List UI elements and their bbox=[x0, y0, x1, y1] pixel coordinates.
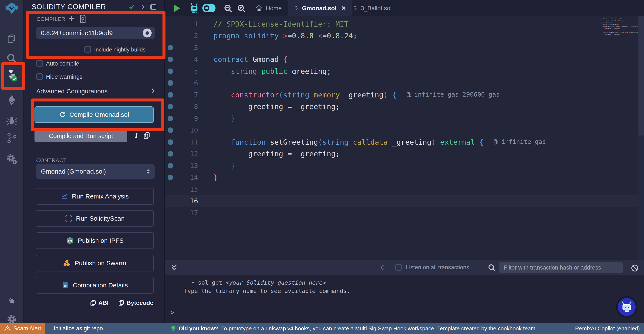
code-line[interactable]: 6 bbox=[165, 77, 644, 89]
terminal-search-icon[interactable] bbox=[488, 264, 496, 272]
code-line[interactable]: 16 bbox=[165, 195, 644, 207]
code-editor[interactable]: 1// SPDX-License-Identifier: MIT2pragma … bbox=[165, 16, 644, 260]
advanced-configurations-toggle[interactable]: Advanced Configurations bbox=[36, 88, 108, 95]
auto-compile-checkbox[interactable] bbox=[36, 60, 43, 67]
code-line[interactable]: 15 bbox=[165, 183, 644, 195]
tab-3-ballot-sol[interactable]: 3_Ballot.sol bbox=[347, 0, 397, 16]
add-compiler-icon[interactable] bbox=[68, 15, 76, 22]
copy-script-icon[interactable] bbox=[143, 132, 150, 139]
scrollbar-slider[interactable] bbox=[638, 16, 644, 135]
code-line[interactable]: 2pragma solidity >=0.8.0 <=0.8.24; bbox=[165, 30, 644, 42]
code-line[interactable]: 5 string public greeting; bbox=[165, 65, 644, 77]
gutter[interactable] bbox=[165, 45, 176, 50]
code-line[interactable]: 12 greeting = _greeting; bbox=[165, 148, 644, 160]
hide-warnings-checkbox[interactable] bbox=[36, 73, 43, 80]
publish-ipfs-button[interactable]: IPFS Publish on IPFS bbox=[36, 232, 154, 249]
code-line[interactable]: 10 bbox=[165, 124, 644, 136]
advanced-config-chevron-icon[interactable] bbox=[150, 88, 156, 94]
gutter[interactable] bbox=[165, 104, 176, 109]
deploy-run-item[interactable] bbox=[4, 93, 20, 107]
listen-all-transactions-checkbox[interactable] bbox=[395, 264, 402, 271]
tab-close-icon[interactable]: ✕ bbox=[340, 5, 346, 12]
gutter-dot-icon[interactable] bbox=[168, 127, 173, 133]
gutter[interactable] bbox=[165, 127, 176, 133]
debugger-item[interactable] bbox=[4, 114, 20, 128]
code-line[interactable]: 9 } bbox=[165, 112, 644, 124]
gutter-dot-icon[interactable] bbox=[168, 92, 173, 98]
copilot-status[interactable]: RemixAI Copilot (enabled) bbox=[575, 325, 644, 332]
git-item[interactable] bbox=[4, 131, 20, 145]
info-icon[interactable]: i bbox=[134, 131, 137, 139]
solidity-compiler-item[interactable] bbox=[4, 68, 20, 82]
zoom-in-icon[interactable] bbox=[237, 4, 246, 13]
minimap[interactable]: // SPDX-License-Identifier: MITpragma so… bbox=[600, 18, 638, 39]
gutter[interactable] bbox=[165, 57, 176, 62]
run-solidityscan-label: Run SolidityScan bbox=[76, 215, 124, 222]
tab-gmonad-sol[interactable]: Gmonad.sol ✕ bbox=[288, 0, 352, 16]
run-script-button[interactable] bbox=[174, 5, 180, 12]
gutter-dot-icon[interactable] bbox=[168, 45, 173, 50]
scam-alert-button[interactable]: Scam Alert bbox=[0, 323, 45, 334]
gutter-dot-icon[interactable] bbox=[168, 104, 173, 109]
editor-scrollbar[interactable] bbox=[638, 16, 644, 260]
search-item[interactable] bbox=[4, 51, 20, 65]
include-nightly-checkbox[interactable] bbox=[84, 46, 91, 52]
gutter-dot-icon[interactable] bbox=[168, 151, 173, 157]
git-init-button[interactable]: Initialize as git repo bbox=[54, 325, 103, 332]
terminal-prompt[interactable]: > bbox=[170, 309, 174, 316]
code-line[interactable]: 3 bbox=[165, 42, 644, 54]
expand-terminal-icon[interactable] bbox=[170, 264, 178, 272]
gutter-dot-icon[interactable] bbox=[168, 163, 173, 168]
gutter-dot-icon[interactable] bbox=[168, 57, 173, 62]
code-line[interactable]: 1// SPDX-License-Identifier: MIT bbox=[165, 18, 644, 30]
gutter-dot-icon[interactable] bbox=[168, 175, 173, 180]
minimap-line: } bbox=[600, 29, 638, 31]
compilation-details-button[interactable]: Compilation Details bbox=[36, 277, 154, 294]
ai-robot-icon[interactable] bbox=[189, 3, 200, 14]
code-line[interactable]: 8 greeting = _greeting; bbox=[165, 101, 644, 113]
code-line[interactable]: 11 function setGreeting(string calldata … bbox=[165, 136, 644, 148]
gutter[interactable] bbox=[165, 92, 176, 98]
gutter-dot-icon[interactable] bbox=[168, 68, 173, 74]
file-explorer-item[interactable] bbox=[4, 31, 20, 45]
code-line[interactable]: 7 constructor(string memory _greeting) {… bbox=[165, 89, 644, 101]
gutter-dot-icon[interactable] bbox=[168, 116, 173, 121]
gutter[interactable] bbox=[165, 68, 176, 74]
plugin-manager-item[interactable] bbox=[4, 152, 20, 166]
gutter[interactable] bbox=[165, 175, 176, 180]
code-line[interactable]: 17 bbox=[165, 207, 644, 219]
run-remix-analysis-button[interactable]: Run Remix Analysis bbox=[36, 188, 154, 205]
gutter[interactable] bbox=[165, 163, 176, 168]
transaction-filter-input[interactable] bbox=[499, 262, 623, 273]
copilot-toggle[interactable] bbox=[202, 4, 216, 12]
tab-home[interactable]: Home bbox=[250, 0, 287, 16]
publish-swarm-button[interactable]: Publish on Swarm bbox=[36, 255, 154, 272]
gutter[interactable] bbox=[165, 139, 176, 145]
gears-icon bbox=[6, 153, 18, 165]
compile-button[interactable]: Compile Gmonad.sol bbox=[34, 106, 154, 123]
gutter-dot-icon[interactable] bbox=[168, 139, 173, 145]
code-line[interactable]: 13 } bbox=[165, 160, 644, 172]
toggle-knob bbox=[204, 5, 209, 11]
run-solidityscan-button[interactable]: Run SolidityScan bbox=[36, 210, 154, 227]
copy-abi-button[interactable]: ABI bbox=[90, 300, 108, 306]
remixai-assistant-button[interactable] bbox=[617, 297, 637, 317]
zoom-out-icon[interactable] bbox=[224, 4, 233, 13]
compile-and-run-button[interactable]: Compile and Run script bbox=[34, 130, 127, 142]
compiler-license-icon[interactable] bbox=[79, 14, 87, 23]
panel-layout-icon[interactable] bbox=[150, 4, 156, 10]
gutter-dot-icon[interactable] bbox=[168, 80, 173, 86]
remix-logo[interactable] bbox=[4, 1, 20, 15]
copy-bytecode-button[interactable]: Bytecode bbox=[118, 300, 153, 306]
contract-select[interactable]: Gmonad (Gmonad.sol) bbox=[36, 164, 154, 179]
gutter[interactable] bbox=[165, 80, 176, 86]
panel-forward-chevron-icon[interactable] bbox=[140, 4, 146, 10]
code-line[interactable]: 4contract Gmonad { bbox=[165, 54, 644, 65]
solidity-file-icon bbox=[294, 5, 299, 11]
code-line[interactable]: 14} bbox=[165, 172, 644, 184]
clear-console-icon[interactable] bbox=[631, 264, 639, 272]
gutter[interactable] bbox=[165, 151, 176, 157]
gutter[interactable] bbox=[165, 116, 176, 121]
plug-item[interactable] bbox=[4, 294, 20, 308]
compiler-version-select[interactable]: 0.8.24+commit.e11b9ed9 bbox=[36, 27, 154, 39]
